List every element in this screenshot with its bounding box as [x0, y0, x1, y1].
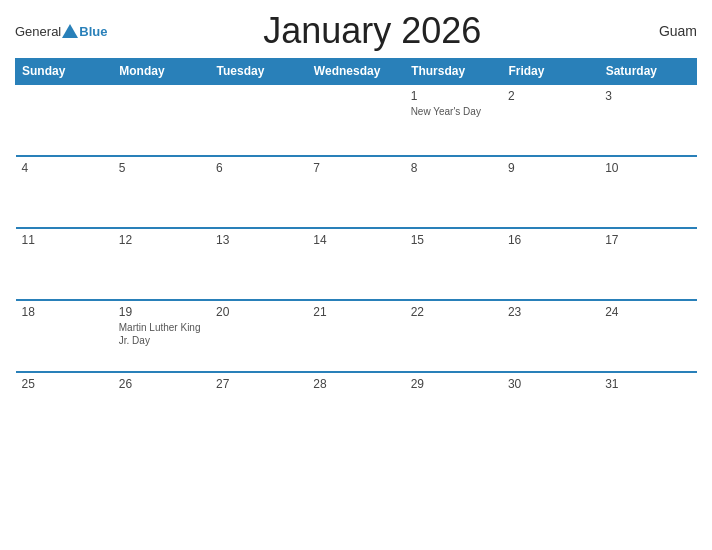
day-number: 29	[411, 377, 496, 391]
calendar-table: Sunday Monday Tuesday Wednesday Thursday…	[15, 58, 697, 444]
day-number: 31	[605, 377, 690, 391]
day-number: 15	[411, 233, 496, 247]
day-number: 18	[22, 305, 107, 319]
calendar-cell: 14	[307, 228, 404, 300]
calendar-cell: 9	[502, 156, 599, 228]
calendar-cell	[210, 84, 307, 156]
day-number: 5	[119, 161, 204, 175]
calendar-cell: 28	[307, 372, 404, 444]
calendar-cell: 3	[599, 84, 696, 156]
col-thursday: Thursday	[405, 59, 502, 85]
day-number: 9	[508, 161, 593, 175]
calendar-header: Sunday Monday Tuesday Wednesday Thursday…	[16, 59, 697, 85]
calendar-cell: 7	[307, 156, 404, 228]
day-number: 14	[313, 233, 398, 247]
day-number: 10	[605, 161, 690, 175]
day-number: 27	[216, 377, 301, 391]
calendar-cell: 29	[405, 372, 502, 444]
day-number: 4	[22, 161, 107, 175]
calendar-week-row: 11121314151617	[16, 228, 697, 300]
calendar-week-row: 25262728293031	[16, 372, 697, 444]
region-label: Guam	[637, 23, 697, 39]
calendar-cell: 20	[210, 300, 307, 372]
day-number: 24	[605, 305, 690, 319]
day-number: 21	[313, 305, 398, 319]
col-saturday: Saturday	[599, 59, 696, 85]
calendar-cell: 8	[405, 156, 502, 228]
logo-triangle-icon	[62, 24, 78, 38]
logo-blue-text: Blue	[79, 24, 107, 39]
col-monday: Monday	[113, 59, 210, 85]
day-number: 17	[605, 233, 690, 247]
header: General Blue January 2026 Guam	[15, 10, 697, 52]
calendar-week-row: 1819Martin Luther King Jr. Day2021222324	[16, 300, 697, 372]
calendar-cell: 18	[16, 300, 113, 372]
calendar-week-row: 1New Year's Day23	[16, 84, 697, 156]
calendar-cell: 30	[502, 372, 599, 444]
calendar-cell: 21	[307, 300, 404, 372]
calendar-cell: 27	[210, 372, 307, 444]
calendar-cell	[16, 84, 113, 156]
day-number: 8	[411, 161, 496, 175]
calendar-cell: 31	[599, 372, 696, 444]
calendar-cell: 10	[599, 156, 696, 228]
days-of-week-row: Sunday Monday Tuesday Wednesday Thursday…	[16, 59, 697, 85]
calendar-cell: 2	[502, 84, 599, 156]
calendar-week-row: 45678910	[16, 156, 697, 228]
calendar-cell: 1New Year's Day	[405, 84, 502, 156]
day-number: 20	[216, 305, 301, 319]
col-wednesday: Wednesday	[307, 59, 404, 85]
day-number: 22	[411, 305, 496, 319]
calendar-cell: 4	[16, 156, 113, 228]
day-number: 1	[411, 89, 496, 103]
day-number: 23	[508, 305, 593, 319]
calendar-cell	[113, 84, 210, 156]
calendar-cell: 15	[405, 228, 502, 300]
col-sunday: Sunday	[16, 59, 113, 85]
day-number: 30	[508, 377, 593, 391]
calendar-cell: 13	[210, 228, 307, 300]
calendar-cell: 6	[210, 156, 307, 228]
calendar-cell: 19Martin Luther King Jr. Day	[113, 300, 210, 372]
logo: General Blue	[15, 24, 107, 39]
day-number: 11	[22, 233, 107, 247]
calendar-cell: 26	[113, 372, 210, 444]
calendar-cell: 16	[502, 228, 599, 300]
day-number: 28	[313, 377, 398, 391]
day-number: 19	[119, 305, 204, 319]
calendar-cell	[307, 84, 404, 156]
calendar-cell: 22	[405, 300, 502, 372]
col-friday: Friday	[502, 59, 599, 85]
col-tuesday: Tuesday	[210, 59, 307, 85]
calendar-cell: 17	[599, 228, 696, 300]
day-number: 2	[508, 89, 593, 103]
calendar-cell: 23	[502, 300, 599, 372]
day-number: 26	[119, 377, 204, 391]
holiday-label: Martin Luther King Jr. Day	[119, 321, 204, 347]
day-number: 13	[216, 233, 301, 247]
calendar-cell: 12	[113, 228, 210, 300]
day-number: 7	[313, 161, 398, 175]
day-number: 3	[605, 89, 690, 103]
calendar-page: General Blue January 2026 Guam Sunday Mo…	[0, 0, 712, 550]
day-number: 12	[119, 233, 204, 247]
logo-general-text: General	[15, 24, 61, 39]
calendar-cell: 5	[113, 156, 210, 228]
calendar-cell: 24	[599, 300, 696, 372]
day-number: 25	[22, 377, 107, 391]
calendar-cell: 25	[16, 372, 113, 444]
day-number: 16	[508, 233, 593, 247]
calendar-cell: 11	[16, 228, 113, 300]
calendar-body: 1New Year's Day2345678910111213141516171…	[16, 84, 697, 444]
calendar-title: January 2026	[107, 10, 637, 52]
holiday-label: New Year's Day	[411, 105, 496, 118]
day-number: 6	[216, 161, 301, 175]
